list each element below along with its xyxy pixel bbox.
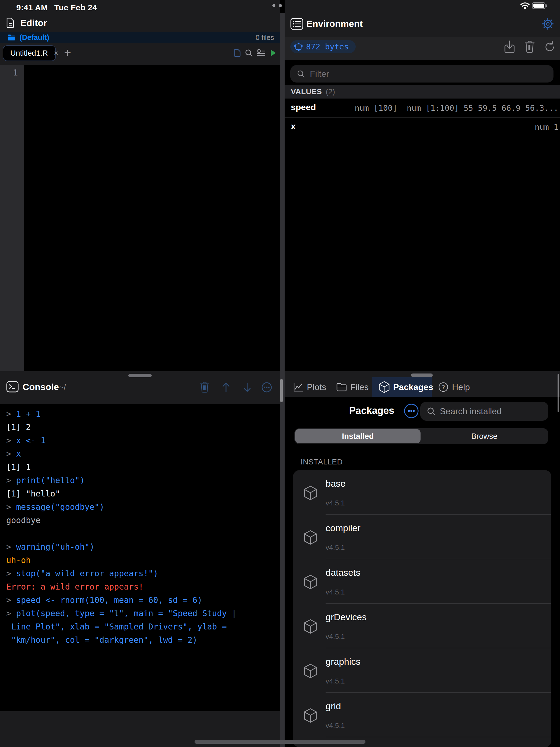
terminal-icon — [6, 381, 19, 392]
tab-plots[interactable]: Plots — [293, 377, 326, 397]
packages-box-icon — [378, 381, 390, 393]
values-count: (2) — [326, 87, 335, 96]
tab-files[interactable]: Files — [336, 377, 369, 397]
left-panel: 9:41 AMTue Feb 24 Editor (Default) 0 fil… — [0, 0, 280, 747]
variable-detail: num [100] num [1:100] 55 59.5 66.9 56.3.… — [355, 103, 558, 113]
line-number-gutter: 1 — [0, 65, 24, 371]
package-name: datasets — [326, 567, 361, 578]
package-row[interactable]: grDevices v4.5.1 — [293, 604, 551, 648]
new-tab-button[interactable]: + — [60, 45, 75, 60]
package-row[interactable]: graphics v4.5.1 — [293, 648, 551, 693]
environment-header: Environment — [285, 12, 560, 37]
console-line: Error: a wild error appears! — [6, 580, 277, 593]
close-tab-icon[interactable]: × — [54, 49, 58, 57]
editor-panel-title: Editor — [20, 18, 47, 28]
package-row[interactable]: base v4.5.1 — [293, 470, 551, 515]
panel-scrollbar[interactable] — [280, 379, 283, 402]
date: Tue Feb 24 — [54, 3, 97, 12]
segment-installed[interactable]: Installed — [295, 429, 421, 443]
svg-text:?: ? — [442, 384, 445, 390]
packages-segmented-control: Installed Browse — [294, 428, 548, 444]
installed-packages-list: base v4.5.1 compiler v4.5.1 datasets v4.… — [293, 470, 551, 747]
console-line: > plot(speed, type = "l", main = "Speed … — [6, 607, 277, 647]
help-icon: ? — [438, 382, 449, 392]
package-row[interactable]: grid v4.5.1 — [293, 693, 551, 737]
packages-search-input[interactable]: Search installed — [420, 402, 548, 421]
environment-filter-input[interactable]: Filter — [290, 65, 554, 82]
package-version: v4.5.1 — [326, 499, 345, 507]
packages-header: Packages Search installed — [285, 401, 560, 421]
editor-tab-bar: Untitled1.R × + — [0, 43, 280, 65]
right-panel: Environment 872 bytes Filter VALUES (2) — [285, 0, 560, 747]
packages-more-icon[interactable] — [404, 403, 419, 418]
variable-name: speed — [291, 102, 316, 112]
package-name: grDevices — [326, 612, 367, 622]
package-name: graphics — [326, 656, 361, 667]
workspace-bar[interactable]: (Default) 0 files — [0, 32, 280, 43]
more-options-icon[interactable] — [261, 382, 272, 393]
environment-variable-row[interactable]: xnum 1 — [285, 117, 560, 136]
segment-browse[interactable]: Browse — [421, 428, 548, 444]
run-script-icon[interactable] — [269, 48, 278, 57]
package-box-icon — [303, 530, 317, 545]
search-icon — [427, 407, 435, 416]
console-line: > warning("uh-oh") — [6, 540, 277, 553]
variable-detail: num 1 — [535, 123, 558, 132]
line-number: 1 — [0, 68, 18, 77]
search-placeholder: Search installed — [440, 406, 502, 416]
session-gear-icon[interactable] — [541, 17, 554, 30]
wifi-icon — [521, 2, 530, 9]
memory-usage-badge[interactable]: 872 bytes — [290, 40, 356, 53]
files-count: 0 files — [256, 33, 274, 42]
console-output[interactable]: > 1 + 1[1] 2> x <- 1> x[1] 1> print("hel… — [0, 404, 280, 711]
environment-variable-row[interactable]: speednum [100] num [1:100] 55 59.5 66.9 … — [285, 99, 560, 117]
console-line: > x <- 1 — [6, 434, 277, 447]
clock: 9:41 AM — [16, 3, 48, 12]
folder-icon — [8, 34, 15, 41]
console-header: Console ~/ — [0, 379, 280, 396]
console-line — [6, 527, 277, 540]
variable-name: x — [291, 121, 296, 131]
console-title: Console — [23, 382, 59, 392]
tab-packages[interactable]: Packages — [378, 377, 433, 397]
package-version: v4.5.1 — [326, 543, 345, 552]
console-line: goodbye — [6, 514, 277, 527]
search-icon[interactable] — [244, 48, 254, 57]
right-scrollbar[interactable] — [558, 374, 559, 412]
history-up-icon[interactable] — [221, 382, 232, 393]
export-environment-icon[interactable] — [504, 41, 515, 53]
home-indicator[interactable] — [194, 740, 366, 744]
panel-drag-handle[interactable] — [411, 374, 433, 377]
tab-help[interactable]: ? Help — [438, 377, 470, 397]
search-icon — [297, 70, 305, 78]
package-version: v4.5.1 — [326, 677, 345, 686]
package-box-icon — [303, 485, 317, 500]
values-label: VALUES — [291, 87, 322, 96]
clear-environment-icon[interactable] — [524, 41, 536, 53]
environment-toolbar: 872 bytes — [285, 37, 560, 60]
editor-body[interactable]: 1 — [0, 65, 280, 371]
refresh-environment-icon[interactable] — [544, 41, 556, 53]
package-box-icon — [303, 708, 317, 723]
installed-section-label: INSTALLED — [301, 458, 343, 466]
cpu-icon — [294, 42, 303, 51]
console-drag-handle[interactable] — [128, 374, 152, 377]
tab-untitled1[interactable]: Untitled1.R × — [3, 45, 56, 61]
environment-title: Environment — [306, 19, 363, 29]
values-list: speednum [100] num [1:100] 55 59.5 66.9 … — [285, 99, 560, 136]
package-name: base — [326, 478, 346, 489]
tab-title: Untitled1.R — [10, 49, 48, 57]
memory-value: 872 bytes — [306, 42, 349, 51]
editor-header: Editor — [6, 17, 47, 29]
package-version: v4.5.1 — [326, 588, 345, 596]
status-bar-right — [285, 0, 560, 12]
console-line: uh-oh — [6, 553, 277, 567]
outline-list-icon[interactable] — [257, 48, 266, 57]
packages-title: Packages — [312, 405, 394, 416]
new-file-button[interactable] — [233, 48, 242, 57]
package-row[interactable]: datasets v4.5.1 — [293, 559, 551, 604]
history-down-icon[interactable] — [242, 382, 253, 393]
clear-console-icon[interactable] — [199, 382, 210, 393]
package-name: compiler — [326, 523, 360, 533]
package-row[interactable]: compiler v4.5.1 — [293, 515, 551, 559]
